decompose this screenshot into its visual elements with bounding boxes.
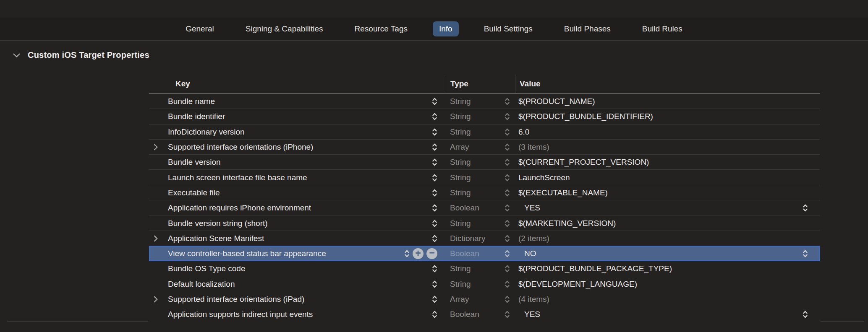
- key-stepper-icon[interactable]: [432, 127, 437, 137]
- type-stepper-icon[interactable]: [505, 188, 510, 197]
- plist-value-label[interactable]: (3 items): [518, 143, 549, 152]
- plist-key-label[interactable]: View controller-based status bar appeara…: [168, 249, 326, 258]
- plist-key-label[interactable]: Executable file: [168, 188, 220, 197]
- plist-value-label[interactable]: 6.0: [518, 127, 529, 137]
- plist-key-label[interactable]: Default localization: [168, 280, 235, 289]
- type-stepper-icon[interactable]: [505, 97, 510, 106]
- type-stepper-icon[interactable]: [505, 158, 510, 167]
- key-stepper-icon[interactable]: [432, 280, 437, 289]
- plist-type-label[interactable]: String: [450, 219, 471, 228]
- plist-value-label[interactable]: $(MARKETING_VERSION): [518, 219, 616, 228]
- plist-type-label[interactable]: Array: [450, 295, 469, 304]
- plist-value-label[interactable]: $(CURRENT_PROJECT_VERSION): [518, 158, 649, 167]
- plist-key-label[interactable]: Bundle version string (short): [168, 219, 268, 228]
- type-stepper-icon[interactable]: [505, 127, 510, 137]
- key-stepper-icon[interactable]: [432, 97, 437, 106]
- plist-row[interactable]: Bundle identifierString$(PRODUCT_BUNDLE_…: [149, 109, 820, 124]
- plist-key-label[interactable]: Application requires iPhone environment: [168, 203, 311, 213]
- type-stepper-icon[interactable]: [505, 234, 510, 243]
- chevron-right-icon[interactable]: [153, 143, 158, 151]
- plist-type-label[interactable]: Dictionary: [450, 234, 485, 243]
- key-stepper-icon[interactable]: [432, 188, 437, 197]
- key-stepper-icon[interactable]: [432, 264, 437, 273]
- plist-value-label[interactable]: NO: [518, 249, 536, 258]
- plist-type-label[interactable]: String: [450, 188, 471, 197]
- plist-type-label[interactable]: String: [450, 97, 471, 106]
- plist-value-label[interactable]: YES: [518, 310, 540, 319]
- plist-row[interactable]: Application requires iPhone environmentB…: [149, 200, 820, 215]
- key-stepper-icon[interactable]: [432, 295, 437, 304]
- plist-type-label[interactable]: String: [450, 112, 471, 121]
- type-stepper-icon[interactable]: [505, 280, 510, 289]
- type-stepper-icon[interactable]: [505, 295, 510, 304]
- plist-value-label[interactable]: $(EXECUTABLE_NAME): [518, 188, 608, 197]
- type-stepper-icon[interactable]: [505, 219, 510, 228]
- plist-row[interactable]: InfoDictionary versionString6.0: [149, 124, 820, 140]
- plist-row[interactable]: Bundle versionString$(CURRENT_PROJECT_VE…: [149, 155, 820, 170]
- plist-key-label[interactable]: Launch screen interface file base name: [168, 173, 307, 182]
- plist-row[interactable]: View controller-based status bar appeara…: [149, 246, 820, 261]
- plist-row[interactable]: Launch screen interface file base nameSt…: [149, 170, 820, 185]
- plist-key-label[interactable]: Supported interface orientations (iPhone…: [168, 143, 313, 152]
- tab-general[interactable]: General: [179, 21, 220, 36]
- key-stepper-icon[interactable]: [432, 234, 437, 243]
- plist-row[interactable]: Bundle version string (short)String$(MAR…: [149, 215, 820, 231]
- plist-row[interactable]: Executable fileString$(EXECUTABLE_NAME): [149, 185, 820, 200]
- key-stepper-icon[interactable]: [432, 112, 437, 121]
- tab-info[interactable]: Info: [433, 21, 459, 36]
- plist-row[interactable]: Application supports indirect input even…: [149, 307, 820, 322]
- plist-value-label[interactable]: (2 items): [518, 234, 549, 243]
- plist-key-label[interactable]: Bundle OS Type code: [168, 264, 246, 273]
- plist-value-label[interactable]: YES: [518, 203, 540, 213]
- plist-value-label[interactable]: LaunchScreen: [518, 173, 570, 182]
- plist-key-label[interactable]: Bundle identifier: [168, 112, 225, 121]
- tab-build-settings[interactable]: Build Settings: [478, 21, 539, 36]
- plist-type-label[interactable]: String: [450, 173, 471, 182]
- key-stepper-icon[interactable]: [432, 203, 437, 213]
- plist-row[interactable]: Bundle OS Type codeString$(PRODUCT_BUNDL…: [149, 261, 820, 276]
- type-stepper-icon[interactable]: [505, 249, 510, 258]
- chevron-right-icon[interactable]: [153, 235, 158, 242]
- key-stepper-icon[interactable]: [432, 310, 437, 319]
- type-stepper-icon[interactable]: [505, 203, 510, 213]
- key-stepper-icon[interactable]: [432, 219, 437, 228]
- tab-resource-tags[interactable]: Resource Tags: [348, 21, 414, 36]
- plist-key-label[interactable]: Bundle name: [168, 97, 215, 106]
- plist-type-label[interactable]: Boolean: [450, 249, 479, 258]
- plist-key-label[interactable]: Supported interface orientations (iPad): [168, 295, 304, 304]
- add-row-button[interactable]: +: [413, 248, 424, 259]
- plist-value-label[interactable]: (4 items): [518, 295, 549, 304]
- type-stepper-icon[interactable]: [505, 143, 510, 152]
- plist-row[interactable]: Bundle nameString$(PRODUCT_NAME): [149, 94, 820, 109]
- plist-key-label[interactable]: Application supports indirect input even…: [168, 310, 313, 319]
- type-stepper-icon[interactable]: [505, 112, 510, 121]
- plist-value-label[interactable]: $(PRODUCT_BUNDLE_IDENTIFIER): [518, 112, 653, 121]
- plist-type-label[interactable]: String: [450, 264, 471, 273]
- value-popup-icon[interactable]: [803, 310, 808, 319]
- tab-signing-capabilities[interactable]: Signing & Capabilities: [239, 21, 329, 36]
- plist-value-label[interactable]: $(PRODUCT_BUNDLE_PACKAGE_TYPE): [518, 264, 672, 273]
- plist-type-label[interactable]: Boolean: [450, 203, 479, 213]
- tab-build-phases[interactable]: Build Phases: [558, 21, 617, 36]
- key-stepper-icon[interactable]: [432, 143, 437, 152]
- plist-type-label[interactable]: String: [450, 127, 471, 137]
- chevron-right-icon[interactable]: [153, 296, 158, 303]
- plist-row[interactable]: Supported interface orientations (iPad)A…: [149, 292, 820, 307]
- type-stepper-icon[interactable]: [505, 173, 510, 182]
- key-stepper-icon[interactable]: [404, 249, 410, 258]
- plist-row[interactable]: Default localizationString$(DEVELOPMENT_…: [149, 277, 820, 292]
- key-stepper-icon[interactable]: [432, 173, 437, 182]
- plist-value-label[interactable]: $(DEVELOPMENT_LANGUAGE): [518, 280, 637, 289]
- plist-key-label[interactable]: Application Scene Manifest: [168, 234, 264, 243]
- plist-key-label[interactable]: InfoDictionary version: [168, 127, 245, 137]
- type-stepper-icon[interactable]: [505, 264, 510, 273]
- plist-key-label[interactable]: Bundle version: [168, 158, 221, 167]
- plist-row[interactable]: Application Scene ManifestDictionary(2 i…: [149, 231, 820, 246]
- plist-type-label[interactable]: Boolean: [450, 310, 479, 319]
- remove-row-button[interactable]: −: [426, 248, 437, 259]
- plist-row[interactable]: Supported interface orientations (iPhone…: [149, 140, 820, 155]
- plist-value-label[interactable]: $(PRODUCT_NAME): [518, 97, 595, 106]
- value-popup-icon[interactable]: [803, 203, 808, 213]
- type-stepper-icon[interactable]: [505, 310, 510, 319]
- key-stepper-icon[interactable]: [432, 158, 437, 167]
